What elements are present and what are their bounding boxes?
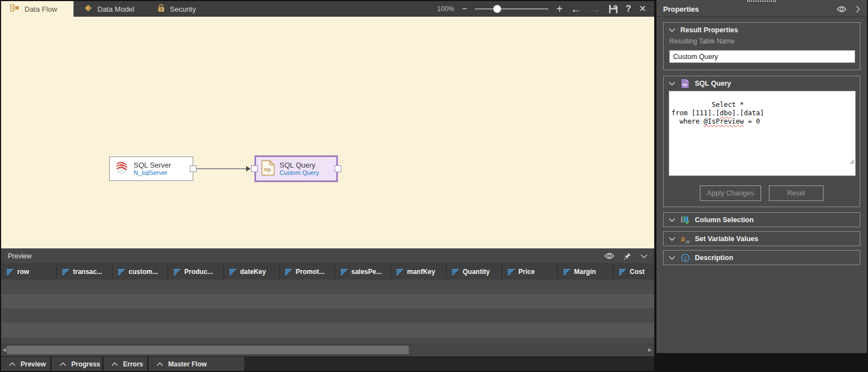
zoom-slider[interactable]	[475, 5, 548, 13]
connector-line	[197, 168, 250, 169]
zoom-out-button[interactable]: −	[462, 4, 467, 13]
bottom-tab-preview[interactable]: Preview	[1, 357, 50, 371]
reset-button[interactable]: Reset	[769, 185, 823, 201]
resulting-table-name-input[interactable]	[669, 50, 855, 63]
preview-panel-header: Preview	[1, 248, 654, 264]
section-header-description[interactable]: i Description	[664, 251, 860, 265]
column-header[interactable]: Cost	[614, 264, 654, 280]
column-header-label: transac...	[73, 268, 102, 276]
preview-data-rows[interactable]	[1, 280, 654, 344]
horizontal-scrollbar[interactable]: ◀ ▶	[1, 344, 654, 356]
section-header-result-properties[interactable]: Result Properties	[664, 23, 860, 37]
tab-data-model[interactable]: Data Model	[75, 1, 147, 17]
section-header-column-selection[interactable]: Column Selection	[664, 213, 860, 227]
variable-hash-icon: #@	[680, 234, 690, 243]
bottom-tab-progress[interactable]: Progress	[52, 357, 102, 371]
column-type-icon	[62, 269, 70, 275]
properties-panel: Properties Result Properties Resulting T…	[656, 0, 867, 353]
output-port[interactable]	[190, 165, 197, 172]
data-flow-canvas[interactable]: SQL Server N_sqlServer SQL SQL Query Cus…	[1, 17, 654, 248]
lock-icon	[158, 4, 165, 14]
chevron-up-icon	[9, 362, 16, 366]
node-sql-query[interactable]: SQL SQL Query Custom Query	[254, 155, 338, 182]
zoom-slider-track	[475, 8, 548, 9]
column-type-icon	[563, 269, 571, 275]
column-header[interactable]: manfKey	[391, 264, 447, 280]
scrollbar-thumb[interactable]	[7, 346, 409, 354]
help-button[interactable]: ?	[626, 4, 631, 13]
info-icon: i	[680, 253, 690, 262]
apply-changes-button[interactable]: Apply Changes	[700, 185, 761, 201]
eye-icon[interactable]	[836, 6, 847, 13]
preview-panel-title: Preview	[8, 252, 32, 260]
column-type-icon	[619, 269, 626, 275]
column-header[interactable]: Produc...	[168, 264, 224, 280]
chevron-down-icon	[669, 218, 675, 222]
scroll-left-icon[interactable]: ◀	[2, 347, 6, 353]
scroll-right-icon[interactable]: ▶	[648, 347, 652, 353]
node-title: SQL Query	[279, 161, 319, 169]
data-model-icon	[84, 4, 92, 14]
section-header-set-variable-values[interactable]: #@ Set Variable Values	[664, 232, 860, 246]
column-header-label: Quantity	[463, 268, 490, 276]
section-sql-query: SQL SQL Query Select * from [111].[dbo].…	[663, 76, 860, 207]
bottom-tab-bar: Preview Progress Errors Master Flow	[1, 357, 654, 371]
input-port[interactable]	[251, 165, 258, 172]
chevron-up-icon	[156, 362, 163, 366]
chevron-up-icon	[111, 362, 118, 366]
column-header-label: dateKey	[240, 268, 266, 276]
column-header[interactable]: Promot...	[279, 264, 335, 280]
chevron-up-icon	[60, 362, 66, 366]
sql-server-icon	[115, 160, 129, 177]
resize-grip-icon[interactable]	[801, 150, 855, 175]
column-type-icon	[341, 269, 348, 275]
preview-column-headers: rowtransac...custom...Produc...dateKeyPr…	[1, 264, 654, 280]
top-bar: Data Flow Data Model Security 100% − + ←…	[1, 1, 654, 17]
column-header[interactable]: row	[1, 264, 57, 280]
column-type-icon	[229, 269, 237, 275]
column-header-label: Cost	[630, 268, 645, 276]
data-flow-icon	[10, 4, 19, 14]
column-header-label: Produc...	[184, 268, 213, 276]
resulting-table-name-label: Resulting Table Name	[669, 37, 854, 45]
svg-text:SQL: SQL	[682, 84, 688, 86]
svg-text:i: i	[684, 255, 686, 261]
canvas-toolbar: 100% − + ← → ? ✕	[222, 1, 654, 17]
watch-eye-icon[interactable]	[604, 252, 615, 260]
bottom-tab-master-flow[interactable]: Master Flow	[149, 357, 244, 371]
chevron-down-icon	[669, 256, 675, 260]
zoom-slider-thumb[interactable]	[493, 5, 501, 13]
column-header-label: row	[17, 268, 29, 276]
column-header[interactable]: dateKey	[224, 264, 279, 280]
panel-drag-handle[interactable]	[747, 1, 776, 2]
column-type-icon	[508, 269, 515, 275]
undo-button[interactable]: ←	[571, 3, 582, 14]
zoom-in-button[interactable]: +	[556, 3, 563, 14]
save-button[interactable]	[609, 4, 618, 14]
tab-label: Data Flow	[24, 5, 57, 13]
collapse-chevron-right-icon[interactable]	[856, 6, 860, 13]
column-header-label: custom...	[129, 268, 158, 276]
column-header[interactable]: Quantity	[447, 264, 502, 280]
pin-icon[interactable]	[624, 252, 631, 260]
redo-button[interactable]: →	[590, 3, 601, 14]
column-header[interactable]: Margin	[558, 264, 614, 280]
column-header[interactable]: transac...	[57, 264, 112, 280]
close-button[interactable]: ✕	[639, 4, 646, 13]
node-sql-server[interactable]: SQL Server N_sqlServer	[109, 156, 193, 181]
collapse-chevron-down-icon[interactable]	[640, 254, 648, 258]
tab-label: Data Model	[97, 5, 134, 13]
column-header[interactable]: Price	[502, 264, 558, 280]
output-port[interactable]	[335, 165, 341, 172]
sql-query-editor[interactable]: Select * from [111].[dbo].[data] where @…	[669, 91, 856, 176]
section-header-sql-query[interactable]: SQL SQL Query	[664, 76, 860, 90]
section-column-selection: Column Selection	[663, 212, 860, 227]
column-header[interactable]: custom...	[112, 264, 168, 280]
column-header[interactable]: salesPe...	[335, 264, 391, 280]
column-type-icon	[118, 269, 125, 275]
tab-security[interactable]: Security	[149, 1, 220, 17]
connector-arrow-icon	[246, 166, 251, 172]
tab-data-flow[interactable]: Data Flow	[1, 1, 73, 17]
node-subtitle: N_sqlServer	[134, 169, 171, 177]
bottom-tab-errors[interactable]: Errors	[104, 357, 147, 371]
